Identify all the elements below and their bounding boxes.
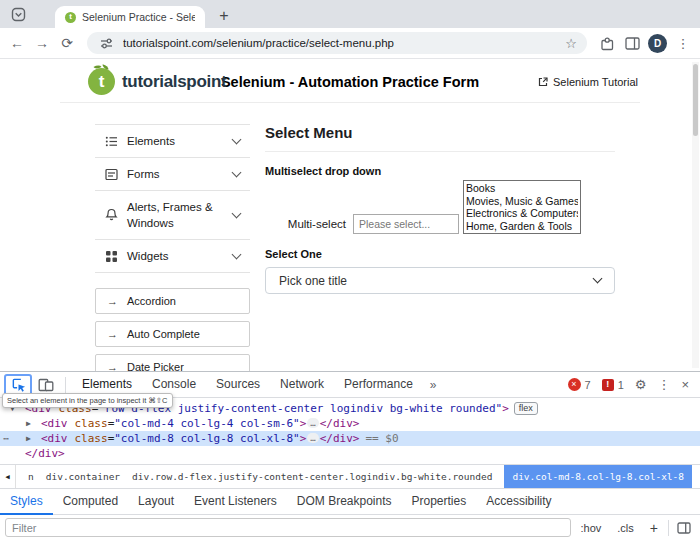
more-tabs-icon[interactable]: »	[424, 378, 443, 392]
dom-node-row-selected[interactable]: ⋯ ▶<divclass="col-md-8 col-lg-8 col-xl-8…	[0, 431, 700, 446]
side-panel-icon[interactable]	[623, 37, 641, 50]
select-one-dropdown[interactable]: Pick one title	[265, 267, 615, 294]
collapsed-content-ellipsis[interactable]: …	[307, 433, 318, 443]
issue-icon: !	[602, 379, 614, 391]
error-icon: ×	[568, 378, 581, 391]
tab-layout[interactable]: Layout	[128, 489, 184, 515]
multiselect-group-label: Multiselect drop down	[265, 165, 615, 177]
page-content: t tutorialspoint Selenium - Automation P…	[0, 60, 700, 372]
section-label: Alerts, Frames & Windows	[127, 199, 224, 231]
scroll-left-icon: ◀	[5, 473, 9, 481]
tag-open: <div	[41, 417, 68, 430]
bell-icon	[105, 208, 118, 222]
site-logo[interactable]: t tutorialspoint	[88, 68, 226, 95]
logo-letter: t	[99, 72, 105, 92]
tab-title: Selenium Practice - Select M	[82, 11, 195, 23]
close-devtools-icon[interactable]: ×	[681, 377, 689, 392]
expand-closed-icon[interactable]: ▶	[26, 416, 41, 431]
settings-gear-icon[interactable]: ⚙	[635, 377, 647, 392]
sidebar-section-alerts-frames-windows[interactable]: Alerts, Frames & Windows	[95, 190, 250, 239]
tab-properties[interactable]: Properties	[402, 489, 477, 515]
error-count: 7	[585, 379, 591, 391]
devtools-tab-sources[interactable]: Sources	[207, 372, 269, 398]
breadcrumb-scroll-left-button[interactable]: ◀	[0, 465, 16, 488]
issue-count: 1	[618, 379, 624, 391]
closing-tag: </div>	[320, 432, 360, 445]
collapsed-content-ellipsis[interactable]: …	[307, 418, 318, 428]
new-style-rule-button[interactable]: +	[644, 520, 664, 536]
toggle-class-button[interactable]: .cls	[611, 522, 640, 534]
issues-badge[interactable]: ! 1	[602, 379, 624, 391]
logo-text: tutorialspoint	[122, 72, 226, 92]
section-label: Elements	[127, 133, 224, 149]
dom-node-row[interactable]: ▶<divclass="col-md-4 col-lg-4 col-sm-6">…	[0, 416, 700, 431]
devtools-menu-icon[interactable]: ⋮	[657, 377, 670, 392]
leaf-icon	[93, 64, 101, 71]
back-icon[interactable]: ←	[8, 35, 26, 51]
multi-select-label: Multi-select	[265, 214, 353, 234]
breadcrumb-item-selected[interactable]: div.col-md-8.col-lg-8.col-xl-8	[504, 465, 692, 488]
bookmark-star-icon[interactable]: ☆	[565, 36, 577, 51]
address-bar[interactable]: tutorialspoint.com/selenium/practice/sel…	[87, 32, 587, 54]
tab-computed[interactable]: Computed	[53, 489, 128, 515]
toggle-hover-state-button[interactable]: :hov	[575, 522, 608, 534]
toggle-sidebar-icon[interactable]	[673, 522, 695, 534]
tab-event-listeners[interactable]: Event Listeners	[184, 489, 287, 515]
new-tab-button[interactable]: +	[213, 5, 235, 27]
sidebar-item-date-picker[interactable]: → Date Picker	[95, 354, 250, 372]
listbox-option[interactable]: Movies, Music & Games	[466, 195, 578, 208]
select-one-label: Select One	[265, 248, 615, 260]
tab-accessibility[interactable]: Accessibility	[476, 489, 561, 515]
browser-menu-icon[interactable]: ⋮	[674, 36, 692, 51]
tab-styles[interactable]: Styles	[0, 489, 53, 515]
sidebar-item-accordion[interactable]: → Accordion	[95, 288, 250, 314]
breadcrumb-item[interactable]: div.container	[46, 471, 120, 482]
devtools-tab-network[interactable]: Network	[271, 372, 333, 398]
scrollbar-thumb[interactable]	[693, 64, 698, 136]
breadcrumb-item[interactable]: div.row.d-flex.justify-content-center.lo…	[132, 471, 492, 482]
tab-dom-breakpoints[interactable]: DOM Breakpoints	[287, 489, 402, 515]
devtools-tab-performance[interactable]: Performance	[335, 372, 422, 398]
expand-closed-icon[interactable]: ▶	[26, 431, 41, 446]
devtools-toolbar-right: × 7 ! 1 ⚙ ⋮ ×	[568, 377, 697, 392]
accordion-menu: Elements Forms Alerts, Frames & Windows …	[95, 124, 250, 273]
listbox-option[interactable]: Books	[466, 182, 578, 195]
selenium-tutorial-link[interactable]: Selenium Tutorial	[537, 76, 638, 88]
divider	[65, 377, 66, 393]
page-scrollbar[interactable]	[692, 62, 699, 368]
listbox-option[interactable]: Home, Garden & Tools	[466, 220, 578, 233]
url-text: tutorialspoint.com/selenium/practice/sel…	[123, 37, 557, 49]
browser-toolbar: ← → ⟳ tutorialspoint.com/selenium/practi…	[0, 28, 700, 59]
sidebar-section-elements[interactable]: Elements	[95, 124, 250, 157]
multi-select-listbox[interactable]: Books Movies, Music & Games Electronics …	[463, 180, 581, 234]
breadcrumb-item-partial[interactable]: n	[28, 471, 34, 482]
tutorial-link-label: Selenium Tutorial	[553, 76, 638, 88]
external-link-icon	[537, 76, 549, 88]
dom-node-row[interactable]: </div>	[0, 446, 700, 461]
sidebar-section-forms[interactable]: Forms	[95, 157, 250, 190]
tab-search-icon[interactable]	[10, 6, 26, 22]
tag-close-bracket: >	[300, 417, 307, 430]
selected-node-marker: == $0	[365, 432, 398, 445]
site-settings-icon[interactable]	[97, 37, 115, 50]
sidebar-item-auto-complete[interactable]: → Auto Complete	[95, 321, 250, 347]
flex-badge[interactable]: flex	[514, 402, 538, 415]
section-label: Widgets	[127, 248, 224, 264]
chevron-down-icon	[232, 167, 242, 177]
console-errors-badge[interactable]: × 7	[568, 378, 591, 391]
form-icon	[105, 168, 118, 181]
widgets-grid-icon	[105, 250, 118, 263]
sidebar-section-widgets[interactable]: Widgets	[95, 239, 250, 272]
divider	[668, 520, 669, 536]
styles-filter-input[interactable]	[5, 518, 571, 537]
multi-select-input[interactable]	[353, 214, 459, 234]
browser-tab[interactable]: t Selenium Practice - Select M	[55, 6, 205, 28]
forward-icon[interactable]: →	[33, 35, 51, 51]
node-menu-icon[interactable]: ⋯	[3, 431, 8, 446]
profile-avatar[interactable]: D	[648, 34, 667, 53]
listbox-option[interactable]: Electronics & Computers	[466, 207, 578, 220]
sidebar-menu: Elements Forms Alerts, Frames & Windows …	[95, 124, 250, 372]
multi-select-row: Multi-select Books Movies, Music & Games…	[265, 180, 615, 234]
reload-icon[interactable]: ⟳	[58, 35, 76, 51]
extensions-icon[interactable]	[598, 36, 616, 51]
